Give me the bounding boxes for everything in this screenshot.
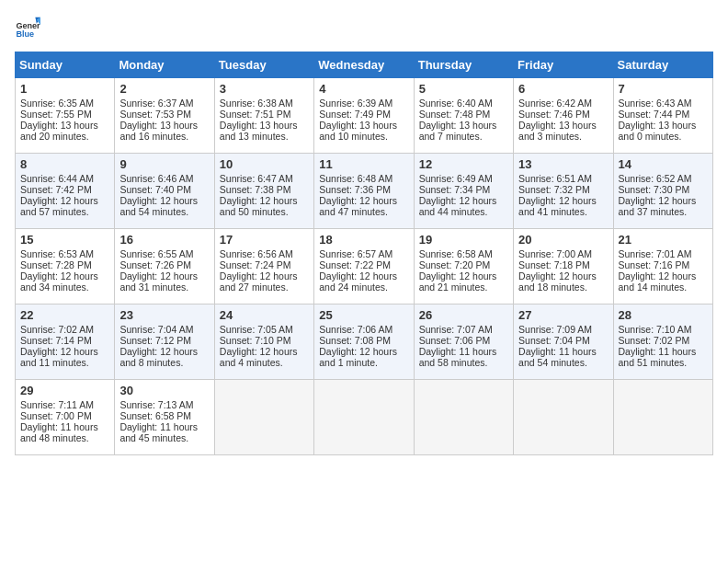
day-info-line: Sunrise: 6:53 AM [20,248,109,259]
day-info-line: Sunset: 7:06 PM [419,335,508,346]
day-header-wednesday: Wednesday [314,52,414,78]
calendar-cell: 30Sunrise: 7:13 AMSunset: 6:58 PMDayligh… [115,380,214,455]
calendar-cell: 6Sunrise: 6:42 AMSunset: 7:46 PMDaylight… [514,78,613,154]
day-number: 6 [518,82,608,96]
day-info-line: Daylight: 12 hours [619,195,708,206]
day-info-line: and 27 minutes. [220,282,309,293]
week-row-3: 15Sunrise: 6:53 AMSunset: 7:28 PMDayligh… [16,229,713,304]
day-info-line: and 41 minutes. [518,206,608,217]
calendar-cell: 11Sunrise: 6:48 AMSunset: 7:36 PMDayligh… [314,154,414,229]
logo-icon: General Blue [15,15,40,40]
day-number: 26 [419,308,508,322]
day-info-line: and 51 minutes. [619,357,708,368]
day-info-line: Daylight: 12 hours [319,195,408,206]
week-row-4: 22Sunrise: 7:02 AMSunset: 7:14 PMDayligh… [16,304,713,380]
calendar-cell: 7Sunrise: 6:43 AMSunset: 7:44 PMDaylight… [613,78,712,154]
day-info-line: Sunset: 7:30 PM [619,184,708,195]
day-info-line: Daylight: 13 hours [619,120,708,131]
day-info-line: Sunrise: 6:55 AM [119,248,209,259]
calendar-cell: 25Sunrise: 7:06 AMSunset: 7:08 PMDayligh… [314,304,414,380]
day-info-line: and 47 minutes. [319,206,408,217]
day-info-line: Daylight: 12 hours [419,195,508,206]
day-info-line: Sunrise: 7:06 AM [319,324,408,335]
day-info-line: Daylight: 13 hours [419,120,508,131]
calendar-cell [214,380,313,455]
day-number: 11 [319,157,408,171]
day-number: 12 [419,157,508,171]
day-info-line: Sunrise: 6:47 AM [220,173,309,184]
day-info-line: and 21 minutes. [419,282,508,293]
day-info-line: Sunrise: 7:05 AM [220,324,309,335]
day-info-line: Sunset: 7:10 PM [220,335,309,346]
day-info-line: Sunset: 7:53 PM [119,109,209,120]
day-number: 27 [518,308,608,322]
week-row-2: 8Sunrise: 6:44 AMSunset: 7:42 PMDaylight… [16,154,713,229]
day-info-line: Daylight: 12 hours [319,270,408,282]
day-info-line: and 1 minute. [319,357,408,368]
day-info-line: Daylight: 12 hours [20,346,109,357]
week-row-5: 29Sunrise: 7:11 AMSunset: 7:00 PMDayligh… [16,380,713,455]
day-info-line: Sunset: 7:08 PM [319,335,408,346]
svg-text:Blue: Blue [16,29,34,39]
day-info-line: and 0 minutes. [619,131,708,142]
calendar-cell: 17Sunrise: 6:56 AMSunset: 7:24 PMDayligh… [214,229,313,304]
day-info-line: and 11 minutes. [20,357,109,368]
day-info-line: Sunset: 7:00 PM [20,410,109,421]
calendar-cell: 10Sunrise: 6:47 AMSunset: 7:38 PMDayligh… [214,154,313,229]
day-info-line: and 54 minutes. [518,357,608,368]
calendar-cell: 28Sunrise: 7:10 AMSunset: 7:02 PMDayligh… [613,304,712,380]
day-info-line: Sunset: 7:12 PM [119,335,209,346]
day-info-line: and 44 minutes. [419,206,508,217]
day-info-line: Sunrise: 7:04 AM [119,324,209,335]
calendar-cell: 19Sunrise: 6:58 AMSunset: 7:20 PMDayligh… [414,229,513,304]
day-number: 23 [119,308,209,322]
day-number: 16 [119,233,209,247]
day-info-line: Daylight: 12 hours [220,195,309,206]
day-info-line: Daylight: 11 hours [20,421,109,432]
day-number: 30 [119,384,209,397]
day-info-line: and 18 minutes. [518,282,608,293]
day-info-line: and 54 minutes. [119,206,209,217]
day-info-line: Sunset: 7:49 PM [319,109,408,120]
day-info-line: Sunrise: 6:48 AM [319,173,408,184]
calendar-cell: 5Sunrise: 6:40 AMSunset: 7:48 PMDaylight… [414,78,513,154]
calendar-cell: 29Sunrise: 7:11 AMSunset: 7:00 PMDayligh… [16,380,115,455]
day-info-line: Sunset: 7:26 PM [119,259,209,270]
day-info-line: Daylight: 11 hours [619,346,708,357]
day-info-line: Sunset: 7:32 PM [518,184,608,195]
day-info-line: and 7 minutes. [419,131,508,142]
day-info-line: Sunrise: 6:52 AM [619,173,708,184]
day-info-line: Sunset: 7:20 PM [419,259,508,270]
day-info-line: Daylight: 13 hours [220,120,309,131]
day-info-line: Sunset: 7:55 PM [20,109,109,120]
calendar-cell: 3Sunrise: 6:38 AMSunset: 7:51 PMDaylight… [214,78,313,154]
calendar-cell: 2Sunrise: 6:37 AMSunset: 7:53 PMDaylight… [115,78,214,154]
calendar-cell: 20Sunrise: 7:00 AMSunset: 7:18 PMDayligh… [514,229,613,304]
day-info-line: Daylight: 12 hours [119,270,209,282]
calendar-cell [414,380,513,455]
calendar-cell: 8Sunrise: 6:44 AMSunset: 7:42 PMDaylight… [16,154,115,229]
day-header-thursday: Thursday [414,52,513,78]
day-number: 8 [20,157,109,171]
day-number: 4 [319,82,408,96]
calendar-cell: 16Sunrise: 6:55 AMSunset: 7:26 PMDayligh… [115,229,214,304]
day-info-line: Daylight: 12 hours [518,270,608,282]
day-info-line: and 58 minutes. [419,357,508,368]
day-info-line: Daylight: 13 hours [319,120,408,131]
calendar-table: SundayMondayTuesdayWednesdayThursdayFrid… [15,52,713,455]
day-info-line: and 57 minutes. [20,206,109,217]
day-info-line: and 8 minutes. [119,357,209,368]
day-info-line: Sunrise: 6:42 AM [518,98,608,109]
day-info-line: and 45 minutes. [119,432,209,443]
day-info-line: Sunset: 7:28 PM [20,259,109,270]
day-info-line: Sunrise: 6:49 AM [419,173,508,184]
day-info-line: and 31 minutes. [119,282,209,293]
day-info-line: Sunset: 7:48 PM [419,109,508,120]
day-number: 22 [20,308,109,322]
day-number: 1 [20,82,109,96]
calendar-cell [314,380,414,455]
header-row: SundayMondayTuesdayWednesdayThursdayFrid… [16,52,713,78]
day-number: 29 [20,384,109,397]
calendar-cell [514,380,613,455]
calendar-cell: 24Sunrise: 7:05 AMSunset: 7:10 PMDayligh… [214,304,313,380]
